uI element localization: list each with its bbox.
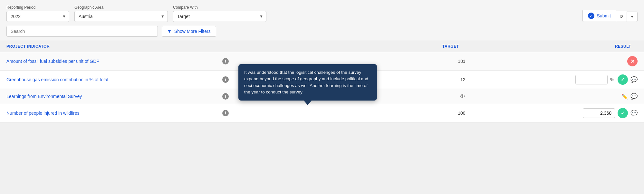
status-green-button[interactable]: ✓: [618, 108, 628, 118]
info-icon[interactable]: i: [222, 58, 229, 64]
indicator-name-link[interactable]: Learnings from Environmental Survey: [6, 94, 82, 99]
show-more-filters-button[interactable]: ▼ Show More Filters: [162, 26, 216, 37]
target-value: 👁: [382, 93, 478, 100]
compare-with-select-wrapper: Target ▼: [173, 11, 266, 22]
search-input[interactable]: [6, 26, 158, 37]
result-cell: ✓ 💬: [478, 108, 638, 118]
submit-dropdown-button[interactable]: ▼: [627, 12, 638, 22]
tooltip-text: It was understood that the logisitical c…: [244, 70, 368, 94]
indicator-name-cell: Amount of fossil fuel subsidies per unit…: [6, 59, 222, 64]
indicator-name-link[interactable]: Amount of fossil fuel subsidies per unit…: [6, 59, 100, 64]
result-unit: %: [610, 77, 615, 82]
eye-icon[interactable]: 👁: [460, 93, 466, 100]
indicator-name-cell: Greenhouse gas emission contribution in …: [6, 77, 222, 82]
info-icon-cell: i: [222, 58, 382, 64]
submit-group: ✓ Submit ↺ ▼: [582, 10, 638, 22]
col-target: TARGET: [382, 44, 478, 49]
table-header: PROJECT INDICATOR TARGET RESULT: [0, 41, 644, 52]
data-table: PROJECT INDICATOR TARGET RESULT Amount o…: [0, 41, 644, 122]
refresh-button[interactable]: ↺: [616, 11, 627, 22]
status-red-button[interactable]: ✕: [627, 56, 638, 66]
reporting-period-select[interactable]: 2022: [6, 11, 69, 22]
col-result: RESULT: [478, 44, 638, 49]
pencil-icon[interactable]: ✏️: [621, 93, 628, 100]
indicator-name-cell: Learnings from Environmental Survey: [6, 94, 222, 99]
status-green-button[interactable]: ✓: [618, 74, 628, 85]
info-icon[interactable]: i: [222, 76, 229, 83]
result-input[interactable]: [575, 75, 608, 84]
result-cell: ✏️ 💬: [478, 93, 638, 100]
target-value: 100: [382, 111, 478, 116]
table-row: Number of people injured in wildfires i …: [0, 104, 644, 122]
geographic-area-select-wrapper: Austria ▼: [74, 11, 168, 22]
col-project-indicator: PROJECT INDICATOR: [6, 44, 222, 49]
show-filters-label: Show More Filters: [174, 29, 211, 34]
search-filter-row: ▼ Show More Filters: [6, 26, 638, 37]
submit-check-icon: ✓: [588, 13, 594, 19]
result-cell: % ✓ 💬: [478, 74, 638, 85]
info-icon-cell: i: [222, 110, 382, 116]
submit-label: Submit: [597, 13, 611, 18]
indicator-name-link[interactable]: Number of people injured in wildfires: [6, 111, 79, 116]
reporting-period-group: Reporting Period 2022 ▼: [6, 5, 69, 22]
compare-with-label: Compare With: [173, 5, 266, 10]
result-cell: ✕: [478, 56, 638, 66]
indicator-name-link[interactable]: Greenhouse gas emission contribution in …: [6, 77, 108, 82]
compare-with-group: Compare With Target ▼: [173, 5, 266, 22]
comment-icon[interactable]: 💬: [630, 110, 638, 117]
geographic-area-select[interactable]: Austria: [74, 11, 168, 22]
reporting-period-label: Reporting Period: [6, 5, 69, 10]
result-input[interactable]: [583, 108, 615, 118]
table-row: Greenhouse gas emission contribution in …: [0, 71, 644, 89]
comment-icon[interactable]: 💬: [630, 93, 638, 100]
target-value: 12: [382, 77, 478, 82]
info-icon[interactable]: i: [222, 110, 229, 116]
comment-icon[interactable]: 💬: [630, 76, 638, 83]
reporting-period-select-wrapper: 2022 ▼: [6, 11, 69, 22]
filter-row: Reporting Period 2022 ▼ Geographic Area …: [6, 5, 638, 22]
target-value: 181: [382, 59, 478, 64]
filter-icon: ▼: [167, 29, 172, 34]
top-bar: Reporting Period 2022 ▼ Geographic Area …: [0, 0, 644, 41]
geographic-area-group: Geographic Area Austria ▼: [74, 5, 168, 22]
indicator-name-cell: Number of people injured in wildfires: [6, 111, 222, 116]
compare-with-select[interactable]: Target: [173, 11, 266, 22]
tooltip-popup: It was understood that the logisitical c…: [238, 64, 377, 101]
col-info: [222, 44, 382, 49]
info-icon[interactable]: i: [222, 93, 229, 100]
geographic-area-label: Geographic Area: [74, 5, 168, 10]
submit-button[interactable]: ✓ Submit: [582, 10, 616, 22]
